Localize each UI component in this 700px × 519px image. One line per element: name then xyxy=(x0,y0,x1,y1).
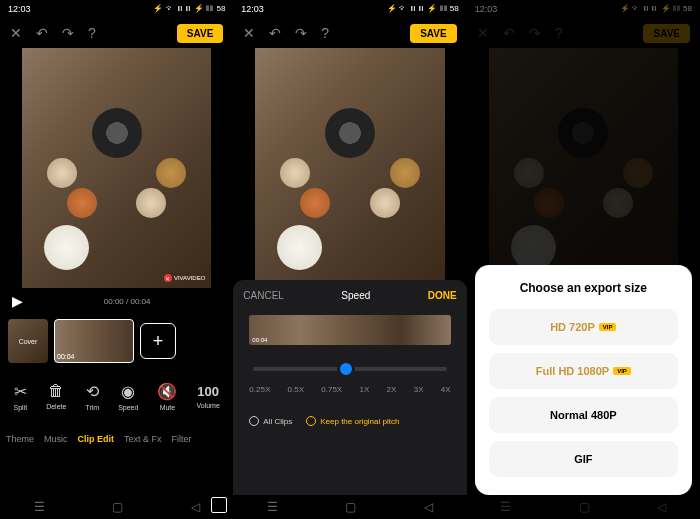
close-icon[interactable]: ✕ xyxy=(10,25,22,41)
tab-theme[interactable]: Theme xyxy=(6,430,34,448)
tool-mute[interactable]: 🔇Mute xyxy=(157,382,177,411)
cancel-button[interactable]: CANCEL xyxy=(243,290,284,301)
speed-icon: ◉ xyxy=(121,382,135,401)
tab-filter[interactable]: Filter xyxy=(172,430,192,448)
top-bar: ✕ ↶ ↷ ? SAVE xyxy=(0,18,233,48)
fullscreen-icon[interactable] xyxy=(211,497,227,513)
redo-icon[interactable]: ↷ xyxy=(295,25,307,41)
export-option-1080p[interactable]: Full HD 1080PVIP xyxy=(489,353,678,389)
export-option-720p[interactable]: HD 720PVIP xyxy=(489,309,678,345)
tab-music[interactable]: Music xyxy=(44,430,68,448)
help-icon[interactable]: ? xyxy=(88,25,96,41)
undo-icon[interactable]: ↶ xyxy=(269,25,281,41)
clip-strip[interactable]: 00:04 xyxy=(249,315,450,345)
export-option-480p[interactable]: Normal 480P xyxy=(489,397,678,433)
slider-thumb[interactable] xyxy=(337,360,355,378)
tab-text-fx[interactable]: Text & Fx xyxy=(124,430,162,448)
status-bar: 12:03 ⚡ ᯤ ⫴⫴ ⚡ ⫴⫴ 58 xyxy=(0,0,233,18)
status-icons: ⚡ ᯤ ⫴⫴ ⚡ ⫴⫴ 58 xyxy=(387,4,459,14)
vip-badge: VIP xyxy=(613,367,631,375)
tool-row: ✂Split 🗑Delete ⟲Trim ◉Speed 🔇Mute 100Vol… xyxy=(0,368,233,424)
redo-icon[interactable]: ↷ xyxy=(62,25,74,41)
tool-speed[interactable]: ◉Speed xyxy=(118,382,138,411)
nav-bar: ☰ ▢ ◁ xyxy=(233,495,466,519)
nav-menu-icon[interactable]: ☰ xyxy=(267,500,278,514)
radio-icon xyxy=(249,416,259,426)
keep-pitch-option[interactable]: Keep the original pitch xyxy=(306,416,399,426)
tab-clip-edit[interactable]: Clip Edit xyxy=(78,430,115,448)
close-icon[interactable]: ✕ xyxy=(243,25,255,41)
nav-back-icon[interactable]: ◁ xyxy=(424,500,433,514)
status-icons: ⚡ ᯤ ⫴⫴ ⚡ ⫴⫴ 58 xyxy=(153,4,225,14)
save-button[interactable]: SAVE xyxy=(410,24,457,43)
scissors-icon: ✂ xyxy=(14,382,27,401)
watermark[interactable]: ✕VIVAVIDEO xyxy=(164,274,205,282)
play-button[interactable]: ▶ xyxy=(12,293,23,309)
volume-value: 100 xyxy=(197,384,219,399)
tool-delete[interactable]: 🗑Delete xyxy=(46,382,66,410)
tab-row: Theme Music Clip Edit Text & Fx Filter xyxy=(0,424,233,454)
nav-menu-icon[interactable]: ☰ xyxy=(34,500,45,514)
trash-icon: 🗑 xyxy=(48,382,64,400)
done-button[interactable]: DONE xyxy=(428,290,457,301)
panel-title: Speed xyxy=(341,290,370,301)
add-clip-button[interactable]: + xyxy=(140,323,176,359)
timeline[interactable]: Cover 00:04 + xyxy=(0,314,233,368)
all-clips-option[interactable]: All Clips xyxy=(249,416,292,426)
export-option-gif[interactable]: GIF xyxy=(489,441,678,477)
mute-icon: 🔇 xyxy=(157,382,177,401)
status-bar: 12:03 ⚡ ᯤ ⫴⫴ ⚡ ⫴⫴ 58 xyxy=(233,0,466,18)
nav-bar: ☰ ▢ ◁ xyxy=(0,495,233,519)
speed-panel: CANCEL Speed DONE 00:04 0.25X0.5X 0.75X1… xyxy=(233,280,466,495)
tool-split[interactable]: ✂Split xyxy=(14,382,28,411)
video-preview[interactable]: ✕VIVAVIDEO xyxy=(22,48,211,288)
top-bar: ✕ ↶ ↷ ? SAVE xyxy=(233,18,466,48)
speed-marks: 0.25X0.5X 0.75X1X 2X3X 4X xyxy=(249,385,450,394)
tool-volume[interactable]: 100Volume xyxy=(196,384,219,409)
clock: 12:03 xyxy=(241,4,264,14)
clip-thumbnail[interactable]: 00:04 xyxy=(54,319,134,363)
trim-icon: ⟲ xyxy=(86,382,99,401)
save-button[interactable]: SAVE xyxy=(177,24,224,43)
help-icon[interactable]: ? xyxy=(321,25,329,41)
radio-icon xyxy=(306,416,316,426)
tool-trim[interactable]: ⟲Trim xyxy=(85,382,99,411)
clock: 12:03 xyxy=(8,4,31,14)
export-title: Choose an export size xyxy=(489,281,678,295)
timecode: 00:00 / 00:04 xyxy=(104,297,151,306)
undo-icon[interactable]: ↶ xyxy=(36,25,48,41)
nav-home-icon[interactable]: ▢ xyxy=(112,500,123,514)
export-modal: Choose an export size HD 720PVIP Full HD… xyxy=(475,265,692,495)
nav-home-icon[interactable]: ▢ xyxy=(345,500,356,514)
nav-back-icon[interactable]: ◁ xyxy=(191,500,200,514)
video-preview[interactable] xyxy=(255,48,444,288)
vip-badge: VIP xyxy=(599,323,617,331)
speed-slider[interactable] xyxy=(253,367,446,371)
cover-thumbnail[interactable]: Cover xyxy=(8,319,48,363)
